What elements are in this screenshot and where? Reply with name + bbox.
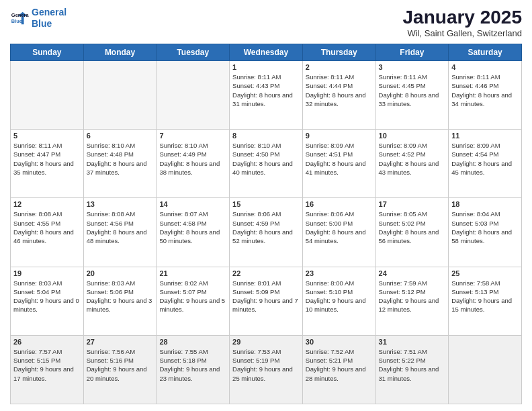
day-info: Sunrise: 8:08 AM Sunset: 4:55 PM Dayligh… xyxy=(13,210,81,245)
day-number: 29 xyxy=(232,338,300,346)
table-row: 16Sunrise: 8:06 AM Sunset: 5:00 PM Dayli… xyxy=(302,198,375,267)
table-row: 1Sunrise: 8:11 AM Sunset: 4:43 PM Daylig… xyxy=(230,61,303,130)
day-number: 1 xyxy=(232,63,300,71)
table-row: 7Sunrise: 8:10 AM Sunset: 4:49 PM Daylig… xyxy=(157,130,230,198)
day-number: 28 xyxy=(159,338,226,346)
table-row: 31Sunrise: 7:51 AM Sunset: 5:22 PM Dayli… xyxy=(375,335,449,404)
day-info: Sunrise: 8:11 AM Sunset: 4:43 PM Dayligh… xyxy=(232,73,300,108)
day-info: Sunrise: 8:09 AM Sunset: 4:54 PM Dayligh… xyxy=(451,141,519,177)
location: Wil, Saint Gallen, Switzerland xyxy=(403,28,522,38)
day-info: Sunrise: 7:58 AM Sunset: 5:13 PM Dayligh… xyxy=(451,279,519,314)
day-info: Sunrise: 7:53 AM Sunset: 5:19 PM Dayligh… xyxy=(232,347,300,383)
day-info: Sunrise: 8:11 AM Sunset: 4:45 PM Dayligh… xyxy=(379,73,446,108)
table-row: 10Sunrise: 8:09 AM Sunset: 4:52 PM Dayli… xyxy=(375,130,449,198)
day-info: Sunrise: 8:10 AM Sunset: 4:50 PM Dayligh… xyxy=(232,141,300,177)
header-monday: Monday xyxy=(83,44,157,61)
table-row: 30Sunrise: 7:52 AM Sunset: 5:21 PM Dayli… xyxy=(302,335,375,404)
table-row: 14Sunrise: 8:07 AM Sunset: 4:58 PM Dayli… xyxy=(157,198,230,267)
day-number: 9 xyxy=(306,132,373,140)
day-info: Sunrise: 7:56 AM Sunset: 5:16 PM Dayligh… xyxy=(87,347,154,383)
day-info: Sunrise: 7:51 AM Sunset: 5:22 PM Dayligh… xyxy=(379,347,446,383)
day-number: 31 xyxy=(379,338,446,346)
calendar-header-row: Sunday Monday Tuesday Wednesday Thursday… xyxy=(11,44,522,61)
day-number: 4 xyxy=(451,63,519,71)
day-info: Sunrise: 8:00 AM Sunset: 5:10 PM Dayligh… xyxy=(306,279,373,314)
day-number: 18 xyxy=(451,200,519,208)
table-row: 23Sunrise: 8:00 AM Sunset: 5:10 PM Dayli… xyxy=(302,267,375,335)
header: General Blue General Blue January 2025 W… xyxy=(10,7,522,38)
table-row: 13Sunrise: 8:08 AM Sunset: 4:56 PM Dayli… xyxy=(83,198,157,267)
calendar-week-row: 5Sunrise: 8:11 AM Sunset: 4:47 PM Daylig… xyxy=(11,130,522,198)
day-number: 26 xyxy=(13,338,81,346)
svg-text:Blue: Blue xyxy=(11,17,22,24)
day-info: Sunrise: 8:07 AM Sunset: 4:58 PM Dayligh… xyxy=(159,210,226,245)
day-number: 27 xyxy=(87,338,154,346)
table-row: 24Sunrise: 7:59 AM Sunset: 5:12 PM Dayli… xyxy=(375,267,449,335)
day-info: Sunrise: 7:52 AM Sunset: 5:21 PM Dayligh… xyxy=(306,347,373,383)
day-info: Sunrise: 8:03 AM Sunset: 5:04 PM Dayligh… xyxy=(13,279,81,314)
day-info: Sunrise: 8:10 AM Sunset: 4:49 PM Dayligh… xyxy=(159,141,226,177)
logo: General Blue General Blue xyxy=(10,7,66,30)
header-wednesday: Wednesday xyxy=(230,44,303,61)
day-info: Sunrise: 7:57 AM Sunset: 5:15 PM Dayligh… xyxy=(13,347,81,383)
header-tuesday: Tuesday xyxy=(157,44,230,61)
title-section: January 2025 Wil, Saint Gallen, Switzerl… xyxy=(403,7,522,38)
table-row: 26Sunrise: 7:57 AM Sunset: 5:15 PM Dayli… xyxy=(11,335,84,404)
day-number: 12 xyxy=(13,200,81,208)
day-number: 2 xyxy=(306,63,373,71)
logo-text: General Blue xyxy=(32,7,66,30)
day-number: 21 xyxy=(159,269,226,277)
logo-line2: Blue xyxy=(32,18,52,29)
header-thursday: Thursday xyxy=(302,44,375,61)
day-number: 15 xyxy=(232,200,300,208)
calendar-week-row: 26Sunrise: 7:57 AM Sunset: 5:15 PM Dayli… xyxy=(11,335,522,404)
day-number: 24 xyxy=(379,269,446,277)
day-info: Sunrise: 8:09 AM Sunset: 4:52 PM Dayligh… xyxy=(379,141,446,177)
table-row: 28Sunrise: 7:55 AM Sunset: 5:18 PM Dayli… xyxy=(157,335,230,404)
table-row: 9Sunrise: 8:09 AM Sunset: 4:51 PM Daylig… xyxy=(302,130,375,198)
table-row: 4Sunrise: 8:11 AM Sunset: 4:46 PM Daylig… xyxy=(449,61,522,130)
logo-line1: General xyxy=(32,7,66,17)
header-sunday: Sunday xyxy=(11,44,84,61)
day-number: 14 xyxy=(159,200,226,208)
day-info: Sunrise: 8:03 AM Sunset: 5:06 PM Dayligh… xyxy=(87,279,154,314)
day-number: 13 xyxy=(87,200,154,208)
day-number: 30 xyxy=(306,338,373,346)
day-info: Sunrise: 8:08 AM Sunset: 4:56 PM Dayligh… xyxy=(87,210,154,245)
day-info: Sunrise: 7:55 AM Sunset: 5:18 PM Dayligh… xyxy=(159,347,226,383)
table-row: 5Sunrise: 8:11 AM Sunset: 4:47 PM Daylig… xyxy=(11,130,84,198)
day-info: Sunrise: 8:11 AM Sunset: 4:47 PM Dayligh… xyxy=(13,141,81,177)
day-number: 8 xyxy=(232,132,300,140)
month-title: January 2025 xyxy=(403,7,522,28)
table-row: 8Sunrise: 8:10 AM Sunset: 4:50 PM Daylig… xyxy=(230,130,303,198)
day-number: 23 xyxy=(306,269,373,277)
day-info: Sunrise: 8:09 AM Sunset: 4:51 PM Dayligh… xyxy=(306,141,373,177)
calendar-week-row: 12Sunrise: 8:08 AM Sunset: 4:55 PM Dayli… xyxy=(11,198,522,267)
logo-icon: General Blue xyxy=(10,9,29,28)
table-row: 22Sunrise: 8:01 AM Sunset: 5:09 PM Dayli… xyxy=(230,267,303,335)
table-row xyxy=(11,61,84,130)
table-row xyxy=(157,61,230,130)
table-row: 2Sunrise: 8:11 AM Sunset: 4:44 PM Daylig… xyxy=(302,61,375,130)
table-row: 19Sunrise: 8:03 AM Sunset: 5:04 PM Dayli… xyxy=(11,267,84,335)
table-row: 20Sunrise: 8:03 AM Sunset: 5:06 PM Dayli… xyxy=(83,267,157,335)
table-row: 3Sunrise: 8:11 AM Sunset: 4:45 PM Daylig… xyxy=(375,61,449,130)
table-row: 11Sunrise: 8:09 AM Sunset: 4:54 PM Dayli… xyxy=(449,130,522,198)
header-saturday: Saturday xyxy=(449,44,522,61)
day-info: Sunrise: 8:04 AM Sunset: 5:03 PM Dayligh… xyxy=(451,210,519,245)
table-row xyxy=(449,335,522,404)
day-info: Sunrise: 8:05 AM Sunset: 5:02 PM Dayligh… xyxy=(379,210,446,245)
day-info: Sunrise: 7:59 AM Sunset: 5:12 PM Dayligh… xyxy=(379,279,446,314)
day-number: 20 xyxy=(87,269,154,277)
day-number: 7 xyxy=(159,132,226,140)
day-number: 22 xyxy=(232,269,300,277)
table-row: 29Sunrise: 7:53 AM Sunset: 5:19 PM Dayli… xyxy=(230,335,303,404)
day-info: Sunrise: 8:06 AM Sunset: 4:59 PM Dayligh… xyxy=(232,210,300,245)
day-info: Sunrise: 8:10 AM Sunset: 4:48 PM Dayligh… xyxy=(87,141,154,177)
day-number: 3 xyxy=(379,63,446,71)
table-row: 27Sunrise: 7:56 AM Sunset: 5:16 PM Dayli… xyxy=(83,335,157,404)
table-row: 21Sunrise: 8:02 AM Sunset: 5:07 PM Dayli… xyxy=(157,267,230,335)
day-number: 6 xyxy=(87,132,154,140)
day-number: 5 xyxy=(13,132,81,140)
day-info: Sunrise: 8:01 AM Sunset: 5:09 PM Dayligh… xyxy=(232,279,300,314)
